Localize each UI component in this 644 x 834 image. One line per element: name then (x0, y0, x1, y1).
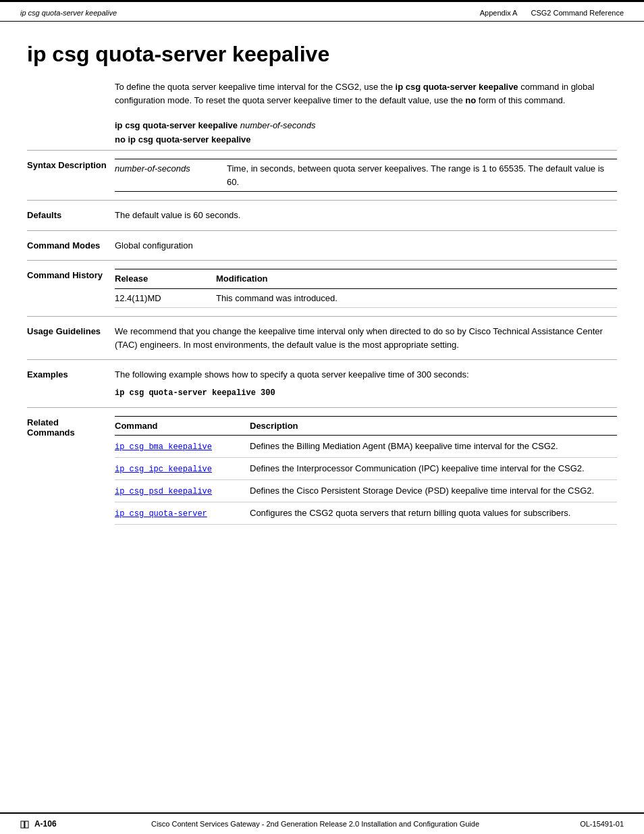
syntax-line2-text: no ip csg quota-server keepalive (115, 134, 251, 145)
header-left-text: ip csg quota-server keepalive (20, 9, 117, 17)
related-row: ip csg bma keepaliveDefines the Billing … (115, 436, 617, 458)
related-description: Defines the Interprocessor Communication… (250, 458, 617, 480)
description-text: To define the quota server keepalive tim… (115, 80, 617, 107)
defaults-label: Defaults (27, 209, 115, 222)
history-row: 12.4(11)MDThis command was introduced. (115, 288, 617, 308)
related-commands-row: Related Commands Command Description ip … (27, 407, 617, 533)
page-footer: A-106 Cisco Content Services Gateway - 2… (0, 812, 644, 834)
command-modes-label: Command Modes (27, 239, 115, 253)
syntax-commands: ip csg quota-server keepalive number-of-… (115, 120, 617, 145)
defaults-content: The default value is 60 seconds. (115, 209, 617, 222)
related-description: Configures the CSG2 quota servers that r… (250, 502, 617, 525)
footer-center: Cisco Content Services Gateway - 2nd Gen… (61, 820, 570, 828)
defaults-row: Defaults The default value is 60 seconds… (27, 200, 617, 230)
usage-guidelines-label: Usage Guidelines (27, 325, 115, 351)
desc-bold-cmd: ip csg quota-server keepalive (396, 82, 518, 92)
related-command[interactable]: ip csg quota-server (115, 502, 250, 525)
command-history-content: Release Modification 12.4(11)MDThis comm… (115, 269, 617, 308)
history-header-row: Release Modification (115, 269, 617, 289)
history-col-release: Release (115, 269, 216, 289)
usage-guidelines-content: We recommend that you change the keepali… (115, 325, 617, 351)
desc-text1: To define the quota server keepalive tim… (115, 82, 396, 92)
syntax-line1-italic: number-of-seconds (240, 120, 316, 130)
related-commands-label: Related Commands (27, 416, 115, 525)
book-icon (20, 820, 30, 829)
examples-row: Examples The following example shows how… (27, 359, 617, 407)
footer-page-number: A-106 (20, 819, 61, 829)
footer-right: OL-15491-01 (570, 820, 624, 828)
related-col-description: Description (250, 416, 617, 436)
syntax-description-label: Syntax Description (27, 159, 115, 192)
examples-text: The following example shows how to speci… (115, 369, 469, 380)
related-thead: Command Description (115, 416, 617, 436)
syntax-desc: Time, in seconds, between quota server k… (223, 159, 617, 192)
syntax-table-row: number-of-seconds Time, in seconds, betw… (115, 159, 617, 192)
syntax-description-content: number-of-seconds Time, in seconds, betw… (115, 159, 617, 192)
syntax-line1-bold: ip csg quota-server keepalive (115, 120, 240, 130)
related-command[interactable]: ip csg psd keepalive (115, 480, 250, 502)
command-modes-content: Global configuration (115, 239, 617, 253)
header-title: CSG2 Command Reference (531, 9, 624, 17)
history-release: 12.4(11)MD (115, 288, 216, 308)
history-tbody: 12.4(11)MDThis command was introduced. (115, 288, 617, 308)
usage-guidelines-row: Usage Guidelines We recommend that you c… (27, 316, 617, 359)
related-tbody: ip csg bma keepaliveDefines the Billing … (115, 436, 617, 525)
related-row: ip csg psd keepaliveDefines the Cisco Pe… (115, 480, 617, 502)
related-description: Defines the Billing Mediation Agent (BMA… (250, 436, 617, 458)
related-row: ip csg ipc keepaliveDefines the Interpro… (115, 458, 617, 480)
related-row: ip csg quota-serverConfigures the CSG2 q… (115, 502, 617, 525)
description-block: To define the quota server keepalive tim… (115, 80, 617, 107)
related-command[interactable]: ip csg ipc keepalive (115, 458, 250, 480)
command-modes-row: Command Modes Global configuration (27, 230, 617, 261)
header-right: Appendix A CSG2 Command Reference (480, 9, 624, 17)
related-description: Defines the Cisco Persistent Storage Dev… (250, 480, 617, 502)
svg-rect-0 (21, 821, 24, 828)
svg-rect-1 (25, 821, 28, 828)
header-left: ip csg quota-server keepalive (20, 9, 117, 17)
page-title: ip csg quota-server keepalive (27, 42, 617, 67)
syntax-table: number-of-seconds Time, in seconds, betw… (115, 159, 617, 192)
related-commands-content: Command Description ip csg bma keepalive… (115, 416, 617, 525)
examples-code: ip csg quota-server keepalive 300 (115, 387, 617, 399)
footer-page-num-text: A-106 (34, 819, 57, 829)
syntax-line1: ip csg quota-server keepalive number-of-… (115, 120, 617, 130)
related-col-command: Command (115, 416, 250, 436)
examples-label: Examples (27, 368, 115, 399)
related-header-row: Command Description (115, 416, 617, 436)
history-thead: Release Modification (115, 269, 617, 289)
related-command[interactable]: ip csg bma keepalive (115, 436, 250, 458)
history-modification: This command was introduced. (216, 288, 617, 308)
history-table: Release Modification 12.4(11)MDThis comm… (115, 269, 617, 308)
syntax-description-row: Syntax Description number-of-seconds Tim… (27, 150, 617, 200)
history-col-modification: Modification (216, 269, 617, 289)
desc-text3: form of this command. (476, 95, 565, 105)
command-history-row: Command History Release Modification 12.… (27, 260, 617, 316)
related-table: Command Description ip csg bma keepalive… (115, 416, 617, 525)
desc-bold-no: no (465, 95, 476, 105)
examples-content: The following example shows how to speci… (115, 368, 617, 399)
syntax-param: number-of-seconds (115, 159, 223, 192)
command-history-label: Command History (27, 269, 115, 308)
page-header: ip csg quota-server keepalive Appendix A… (0, 2, 644, 22)
header-appendix: Appendix A (480, 9, 518, 17)
syntax-line2: no ip csg quota-server keepalive (115, 134, 617, 145)
main-content: ip csg quota-server keepalive To define … (0, 22, 644, 533)
